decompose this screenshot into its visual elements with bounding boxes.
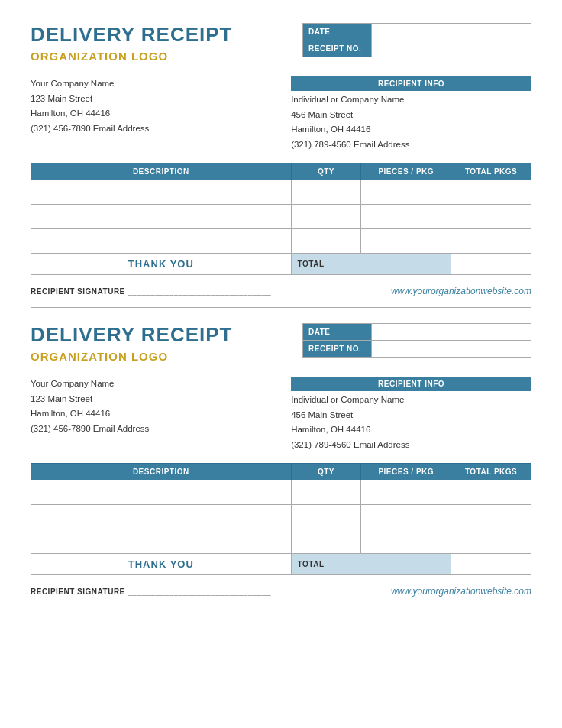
signature-label-2: RECIPIENT SIGNATURE ____________________… (31, 587, 271, 596)
delivery-receipt-title-1: DELIVERY RECEIPT (31, 23, 233, 47)
date-label-2: DATE (303, 324, 372, 341)
recipient-city-1: Hamilton, OH 44416 (291, 122, 531, 138)
items-table-1: DESCRIPTION QTY PIECES / PKG TOTAL PKGS (31, 163, 531, 275)
sender-company-2: Your Company Name (31, 377, 271, 392)
total-row-1: THANK YOU TOTAL (31, 254, 531, 275)
total-value-2[interactable] (451, 554, 531, 575)
title-area-2: DELIVERY RECEIPT ORGANIZATION LOGO (31, 323, 233, 363)
col-description-2: DESCRIPTION (31, 464, 292, 480)
total-cell[interactable] (451, 229, 531, 254)
recipient-company-2: Individual or Company Name (291, 393, 531, 408)
receipt-1: DELIVERY RECEIPT ORGANIZATION LOGO DATE … (31, 23, 531, 296)
col-qty-1: QTY (291, 163, 361, 180)
sender-city-2: Hamilton, OH 44416 (31, 406, 271, 422)
sender-street-1: 123 Main Street (31, 92, 271, 107)
date-value-1[interactable] (371, 24, 531, 40)
receipt-no-label-1: RECEIPT NO. (303, 40, 372, 57)
total-cell[interactable] (451, 180, 531, 205)
thank-you-1: THANK YOU (31, 254, 292, 275)
desc-cell[interactable] (31, 505, 292, 529)
sender-phone-1: (321) 456-7890 Email Address (31, 121, 271, 137)
sender-phone-2: (321) 456-7890 Email Address (31, 422, 271, 437)
qty-cell[interactable] (291, 205, 361, 229)
recipient-header-2: RECIPIENT INFO (291, 377, 531, 391)
pkg-cell[interactable] (361, 180, 451, 205)
pkg-cell[interactable] (361, 480, 451, 505)
top-section-2: DELIVERY RECEIPT ORGANIZATION LOGO DATE … (31, 323, 531, 363)
total-cell[interactable] (451, 529, 531, 554)
desc-cell[interactable] (31, 229, 292, 254)
col-pkg-1: PIECES / PKG (361, 163, 451, 180)
total-row-2: THANK YOU TOTAL (31, 554, 531, 575)
info-section-2: Your Company Name 123 Main Street Hamilt… (31, 377, 531, 452)
sender-info-1: Your Company Name 123 Main Street Hamilt… (31, 76, 271, 152)
recipient-area-2: RECIPIENT INFO Individual or Company Nam… (291, 377, 531, 452)
total-value-1[interactable] (451, 254, 531, 275)
section-divider (31, 307, 531, 308)
recipient-phone-2: (321) 789-4560 Email Address (291, 438, 531, 453)
table-row (31, 180, 531, 205)
title-area-1: DELIVERY RECEIPT ORGANIZATION LOGO (31, 23, 233, 63)
website-2: www.yourorganizationwebsite.com (391, 586, 531, 597)
total-cell[interactable] (451, 505, 531, 529)
sender-city-1: Hamilton, OH 44416 (31, 106, 271, 121)
total-cell[interactable] (451, 480, 531, 505)
date-receipt-table-2: DATE RECEIPT NO. (302, 323, 531, 358)
receipt-2: DELIVERY RECEIPT ORGANIZATION LOGO DATE … (31, 323, 531, 597)
table-row (31, 480, 531, 505)
pkg-cell[interactable] (361, 229, 451, 254)
info-section-1: Your Company Name 123 Main Street Hamilt… (31, 76, 531, 152)
table-row (31, 529, 531, 554)
col-pkg-2: PIECES / PKG (361, 464, 451, 480)
thank-you-2: THANK YOU (31, 554, 292, 575)
items-table-2: DESCRIPTION QTY PIECES / PKG TOTAL PKGS (31, 463, 531, 575)
qty-cell[interactable] (291, 529, 361, 554)
date-receipt-table-1: DATE RECEIPT NO. (302, 23, 531, 57)
recipient-info-2: Individual or Company Name 456 Main Stre… (291, 393, 531, 452)
org-logo-1: ORGANIZATION LOGO (31, 50, 233, 63)
recipient-area-1: RECIPIENT INFO Individual or Company Nam… (291, 76, 531, 152)
desc-cell[interactable] (31, 205, 292, 229)
sender-info-2: Your Company Name 123 Main Street Hamilt… (31, 377, 271, 452)
desc-cell[interactable] (31, 480, 292, 505)
pkg-cell[interactable] (361, 505, 451, 529)
org-logo-2: ORGANIZATION LOGO (31, 350, 233, 363)
recipient-phone-1: (321) 789-4560 Email Address (291, 138, 531, 153)
delivery-receipt-title-2: DELIVERY RECEIPT (31, 323, 233, 347)
recipient-street-2: 456 Main Street (291, 408, 531, 423)
recipient-info-1: Individual or Company Name 456 Main Stre… (291, 92, 531, 152)
total-cell[interactable] (451, 205, 531, 229)
table-row (31, 229, 531, 254)
recipient-header-1: RECIPIENT INFO (291, 76, 531, 91)
sender-street-2: 123 Main Street (31, 392, 271, 407)
qty-cell[interactable] (291, 229, 361, 254)
date-value-2[interactable] (371, 324, 531, 341)
receipt-no-label-2: RECEIPT NO. (303, 341, 372, 358)
recipient-city-2: Hamilton, OH 44416 (291, 422, 531, 438)
table-row (31, 505, 531, 529)
receipt-no-value-2[interactable] (371, 341, 531, 358)
website-1: www.yourorganizationwebsite.com (391, 286, 531, 296)
desc-cell[interactable] (31, 529, 292, 554)
col-description-1: DESCRIPTION (31, 163, 292, 180)
pkg-cell[interactable] (361, 205, 451, 229)
signature-label-1: RECIPIENT SIGNATURE ____________________… (31, 287, 271, 296)
top-section-1: DELIVERY RECEIPT ORGANIZATION LOGO DATE … (31, 23, 531, 63)
col-total-2: TOTAL PKGS (451, 464, 531, 480)
qty-cell[interactable] (291, 180, 361, 205)
signature-section-1: RECIPIENT SIGNATURE ____________________… (31, 286, 531, 296)
qty-cell[interactable] (291, 480, 361, 505)
qty-cell[interactable] (291, 505, 361, 529)
total-label-1: TOTAL (291, 254, 451, 275)
desc-cell[interactable] (31, 180, 292, 205)
table-row (31, 205, 531, 229)
col-total-1: TOTAL PKGS (451, 163, 531, 180)
col-qty-2: QTY (291, 464, 361, 480)
recipient-street-1: 456 Main Street (291, 108, 531, 123)
pkg-cell[interactable] (361, 529, 451, 554)
signature-section-2: RECIPIENT SIGNATURE ____________________… (31, 586, 531, 597)
receipt-no-value-1[interactable] (371, 40, 531, 57)
total-label-2: TOTAL (291, 554, 451, 575)
sender-company-1: Your Company Name (31, 76, 271, 92)
recipient-company-1: Individual or Company Name (291, 92, 531, 108)
